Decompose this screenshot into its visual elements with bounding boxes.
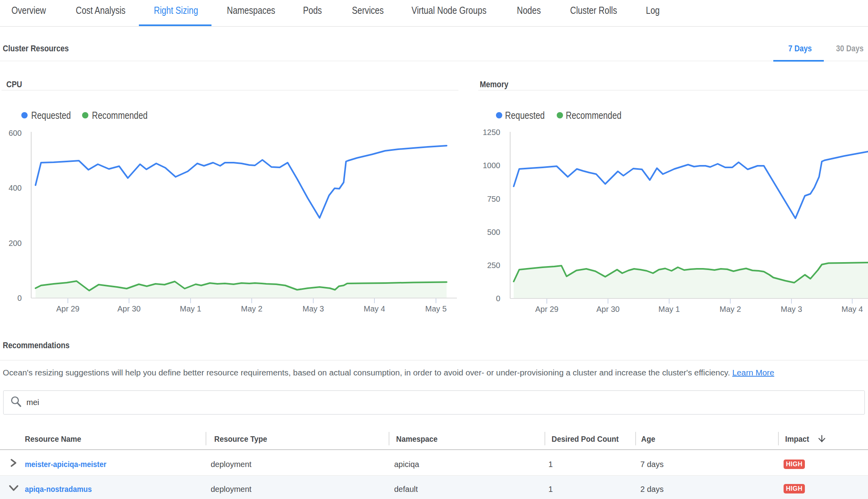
svg-text:500: 500 bbox=[487, 228, 500, 236]
svg-text:1250: 1250 bbox=[483, 128, 501, 137]
svg-text:250: 250 bbox=[487, 261, 500, 270]
svg-text:200: 200 bbox=[9, 239, 22, 248]
svg-text:750: 750 bbox=[487, 195, 500, 203]
svg-text:0: 0 bbox=[17, 294, 22, 302]
svg-text:May 5: May 5 bbox=[425, 304, 447, 313]
svg-text:May 4: May 4 bbox=[842, 305, 863, 313]
svg-text:May 2: May 2 bbox=[720, 305, 741, 313]
svg-text:May 1: May 1 bbox=[658, 305, 680, 313]
svg-text:Apr 30: Apr 30 bbox=[118, 304, 141, 313]
svg-text:Apr 29: Apr 29 bbox=[535, 305, 559, 313]
svg-text:May 3: May 3 bbox=[303, 304, 324, 313]
svg-text:May 1: May 1 bbox=[180, 304, 201, 313]
svg-text:Apr 30: Apr 30 bbox=[597, 305, 620, 313]
svg-text:1000: 1000 bbox=[483, 161, 501, 170]
svg-text:May 2: May 2 bbox=[241, 304, 262, 313]
svg-text:400: 400 bbox=[9, 184, 22, 192]
svg-text:May 3: May 3 bbox=[781, 305, 802, 313]
svg-text:600: 600 bbox=[9, 129, 22, 137]
svg-text:0: 0 bbox=[496, 294, 500, 303]
svg-text:Apr 29: Apr 29 bbox=[56, 304, 80, 313]
svg-text:May 4: May 4 bbox=[364, 304, 385, 313]
